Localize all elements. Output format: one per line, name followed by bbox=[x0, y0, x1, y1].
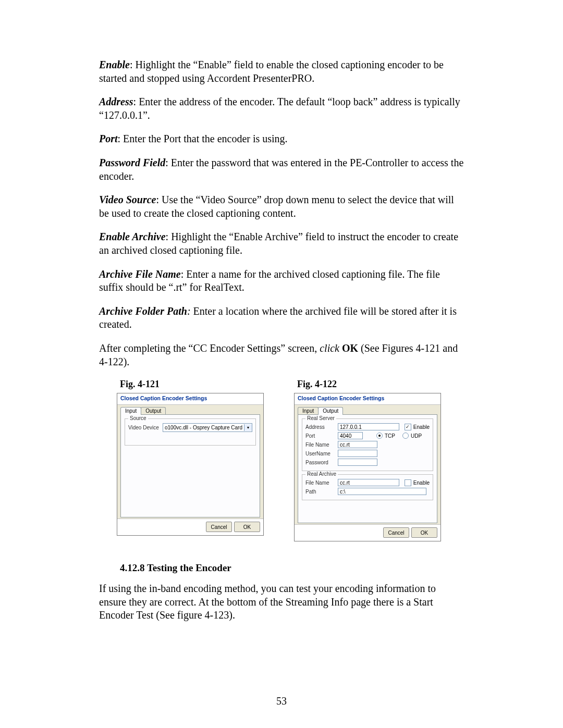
para-enable-archive: Enable Archive: Highlight the “Enable Ar… bbox=[99, 230, 464, 257]
udp-label: UDP bbox=[411, 433, 422, 439]
cancel-button[interactable]: Cancel bbox=[206, 522, 232, 532]
dialog-button-bar-out: Cancel OK bbox=[295, 524, 440, 541]
address-label: Address bbox=[305, 424, 336, 430]
term-address: Address bbox=[99, 96, 133, 107]
username-input[interactable] bbox=[338, 450, 377, 457]
chevron-down-icon[interactable]: ▼ bbox=[244, 424, 252, 431]
port-label: Port bbox=[305, 433, 336, 439]
tab-output-out[interactable]: Output bbox=[318, 407, 343, 415]
tcp-label: TCP bbox=[385, 433, 395, 439]
page-number: 53 bbox=[0, 695, 563, 707]
figure-4-122: Fig. 4-122 Closed Caption Encoder Settin… bbox=[294, 379, 440, 541]
tab-pane-output: Real Server Address ✓ Enable Port bbox=[298, 414, 437, 523]
tab-input-out[interactable]: Input bbox=[298, 407, 319, 415]
group-real-server-legend: Real Server bbox=[305, 415, 336, 421]
group-source-legend: Source bbox=[128, 415, 148, 421]
closing-pre: After completing the “CC Encoder Setting… bbox=[99, 342, 320, 354]
term-port: Port bbox=[99, 133, 118, 144]
enable-checkbox[interactable]: ✓ bbox=[405, 424, 411, 430]
archive-enable-label: Enable bbox=[413, 480, 430, 486]
para-port: Port: Enter the Port that the encoder is… bbox=[99, 132, 464, 146]
enable-label: Enable bbox=[413, 424, 430, 430]
video-device-select[interactable]: o100vc.dll - Osprey Capture Card 1 ▼ bbox=[163, 423, 252, 432]
password-input[interactable] bbox=[338, 459, 377, 466]
tcp-radio[interactable] bbox=[376, 433, 383, 439]
term-video-source: Video Source bbox=[99, 194, 156, 205]
archive-filename-label: File Name bbox=[305, 480, 336, 486]
page-content: Enable: Highlight the “Enable” field to … bbox=[0, 0, 563, 664]
para-video-source: Video Source: Use the “Video Source” dro… bbox=[99, 193, 464, 220]
dialog-title-out: Closed Caption Encoder Settings bbox=[295, 393, 440, 405]
password-label: Password bbox=[305, 460, 336, 465]
video-device-value: o100vc.dll - Osprey Capture Card 1 bbox=[163, 425, 244, 430]
term-archive-file-name: Archive File Name bbox=[99, 268, 181, 280]
tab-output[interactable]: Output bbox=[141, 407, 166, 415]
path-label: Path bbox=[305, 489, 336, 495]
filename-input[interactable] bbox=[338, 441, 377, 448]
udp-radio[interactable] bbox=[402, 433, 409, 439]
video-device-label: Video Device bbox=[128, 425, 161, 430]
ok-button[interactable]: OK bbox=[234, 522, 260, 532]
dialog-cc-encoder-output: Closed Caption Encoder Settings Input Ou… bbox=[294, 393, 441, 541]
para-enable: Enable: Highlight the “Enable” field to … bbox=[99, 58, 464, 85]
para-archive-folder-path: Archive Folder Path: Enter a location wh… bbox=[99, 305, 464, 331]
port-input[interactable] bbox=[338, 432, 363, 439]
para-archive-file-name: Archive File Name: Enter a name for the … bbox=[99, 268, 464, 294]
tab-input[interactable]: Input bbox=[120, 407, 141, 415]
path-input[interactable] bbox=[338, 488, 426, 495]
text-address: : Enter the address of the encoder. The … bbox=[99, 96, 460, 121]
archive-enable-checkbox[interactable] bbox=[405, 479, 411, 486]
group-real-archive: Real Archive File Name Enable Path bbox=[302, 474, 433, 500]
filename-label: File Name bbox=[305, 442, 336, 448]
archive-filename-input[interactable] bbox=[338, 479, 399, 486]
subsection-heading: 4.12.8 Testing the Encoder bbox=[120, 562, 464, 574]
closing-ok: OK bbox=[342, 342, 358, 354]
fig-122-caption: Fig. 4-122 bbox=[297, 379, 440, 390]
term-archive-folder-path: Archive Folder Path bbox=[99, 305, 187, 317]
term-enable: Enable bbox=[99, 59, 130, 70]
dialog-cc-encoder-input: Closed Caption Encoder Settings Input Ou… bbox=[117, 393, 264, 536]
para-password: Password Field: Enter the password that … bbox=[99, 156, 464, 183]
figures-row: Fig. 4-121 Closed Caption Encoder Settin… bbox=[99, 379, 464, 541]
closing-click: click bbox=[320, 342, 339, 354]
group-source: Source Video Device o100vc.dll - Osprey … bbox=[125, 418, 256, 446]
term-password: Password Field bbox=[99, 157, 165, 168]
para-address: Address: Enter the address of the encode… bbox=[99, 95, 464, 122]
term-enable-archive: Enable Archive bbox=[99, 231, 166, 242]
colon-archive-folder-path: : bbox=[187, 305, 193, 317]
cancel-button-out[interactable]: Cancel bbox=[383, 527, 409, 538]
username-label: UserName bbox=[305, 451, 336, 456]
ok-button-out[interactable]: OK bbox=[411, 527, 437, 538]
dialog-button-bar: Cancel OK bbox=[117, 519, 263, 535]
group-real-server: Real Server Address ✓ Enable Port bbox=[302, 418, 433, 471]
tab-pane-input: Source Video Device o100vc.dll - Osprey … bbox=[120, 414, 260, 517]
group-real-archive-legend: Real Archive bbox=[305, 471, 338, 477]
figure-4-121: Fig. 4-121 Closed Caption Encoder Settin… bbox=[117, 379, 263, 541]
address-input[interactable] bbox=[338, 423, 399, 430]
fig-121-caption: Fig. 4-121 bbox=[120, 379, 263, 390]
para-closing: After completing the “CC Encoder Setting… bbox=[99, 342, 464, 368]
para-testing: If using the in-band encoding method, yo… bbox=[99, 582, 464, 622]
text-enable: : Highlight the “Enable” field to enable… bbox=[99, 59, 444, 84]
dialog-title: Closed Caption Encoder Settings bbox=[117, 393, 263, 405]
tab-strip: Input Output bbox=[120, 407, 260, 415]
text-port: : Enter the Port that the encoder is usi… bbox=[118, 133, 288, 144]
tab-strip-out: Input Output bbox=[298, 407, 437, 415]
